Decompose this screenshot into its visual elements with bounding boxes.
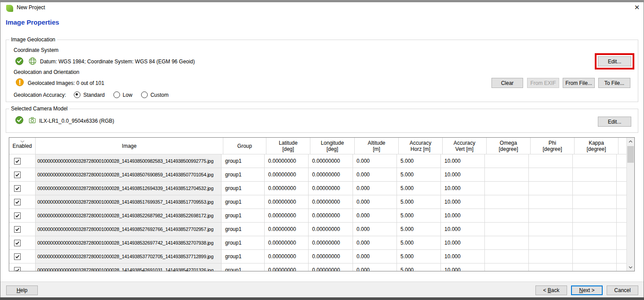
cell-latitude[interactable]: 0.00000000 xyxy=(265,168,309,181)
cell-accuracy_vert[interactable]: 10.000 xyxy=(441,195,485,209)
cell-accuracy_vert[interactable]: 10.000 xyxy=(441,236,485,249)
scrollbar-thumb[interactable] xyxy=(627,146,634,163)
cell-omega[interactable] xyxy=(485,154,529,168)
enabled-checkbox[interactable] xyxy=(14,199,21,205)
cell-accuracy_vert[interactable]: 10.000 xyxy=(441,223,485,236)
cell-latitude[interactable]: 0.00000000 xyxy=(265,209,309,222)
cell-longitude[interactable]: 0.00000000 xyxy=(309,236,353,249)
enabled-checkbox[interactable] xyxy=(14,267,21,271)
edit-camera-model-button[interactable]: Edit... xyxy=(598,117,631,127)
cell-kappa[interactable] xyxy=(573,250,617,263)
cell-longitude[interactable]: 0.00000000 xyxy=(309,223,353,236)
accuracy-custom-radio[interactable] xyxy=(141,91,148,98)
column-header-altitude[interactable]: Altitude [m] xyxy=(355,138,399,154)
vertical-scrollbar[interactable] xyxy=(626,138,634,271)
cell-accuracy_horz[interactable]: 5.000 xyxy=(397,168,441,181)
cell-phi[interactable] xyxy=(529,209,573,222)
cell-accuracy_horz[interactable]: 5.000 xyxy=(397,263,441,271)
cell-phi[interactable] xyxy=(529,236,573,249)
cell-accuracy_horz[interactable]: 5.000 xyxy=(397,250,441,263)
back-button[interactable]: < Back xyxy=(535,285,567,295)
cell-phi[interactable] xyxy=(529,154,573,168)
cell-accuracy_vert[interactable]: 10.000 xyxy=(441,182,485,195)
accuracy-custom-label[interactable]: Custom xyxy=(150,92,168,98)
accuracy-standard-label[interactable]: Standard xyxy=(83,92,105,98)
close-icon[interactable]: ✕ xyxy=(632,3,642,12)
cell-omega[interactable] xyxy=(485,223,529,236)
cell-omega[interactable] xyxy=(485,209,529,222)
cell-longitude[interactable]: 0.00000000 xyxy=(309,195,353,209)
enabled-checkbox[interactable] xyxy=(14,185,21,192)
cell-altitude[interactable]: 0.000 xyxy=(353,182,397,195)
column-header-group[interactable]: Group xyxy=(223,138,266,154)
cell-longitude[interactable]: 0.00000000 xyxy=(309,250,353,263)
next-button[interactable]: Next > xyxy=(571,285,603,295)
column-header-latitude[interactable]: Latitude [deg] xyxy=(266,138,310,154)
column-header-accuracy_vert[interactable]: Accuracy Vert [m] xyxy=(443,138,487,154)
column-header-enabled[interactable]: Enabled xyxy=(9,138,36,154)
cell-altitude[interactable]: 0.000 xyxy=(353,195,397,209)
cell-latitude[interactable]: 0.00000000 xyxy=(265,154,309,168)
cell-kappa[interactable] xyxy=(573,195,617,209)
cell-group[interactable]: group1 xyxy=(222,250,265,263)
cell-altitude[interactable]: 0.000 xyxy=(353,209,397,222)
cell-accuracy_vert[interactable]: 10.000 xyxy=(441,209,485,222)
cell-kappa[interactable] xyxy=(573,154,617,168)
cell-phi[interactable] xyxy=(529,250,573,263)
cell-phi[interactable] xyxy=(529,223,573,236)
column-header-accuracy_horz[interactable]: Accuracy Horz [m] xyxy=(399,138,443,154)
column-header-image[interactable]: Image xyxy=(36,138,223,154)
cell-altitude[interactable]: 0.000 xyxy=(353,250,397,263)
enabled-checkbox[interactable] xyxy=(14,158,21,165)
cell-accuracy_vert[interactable]: 10.000 xyxy=(441,168,485,181)
cell-omega[interactable] xyxy=(485,195,529,209)
cell-phi[interactable] xyxy=(529,168,573,181)
cancel-button[interactable]: Cancel xyxy=(607,285,638,295)
cell-longitude[interactable]: 0.00000000 xyxy=(309,182,353,195)
cell-accuracy_vert[interactable]: 10.000 xyxy=(441,250,485,263)
cell-altitude[interactable]: 0.000 xyxy=(353,236,397,249)
cell-kappa[interactable] xyxy=(573,182,617,195)
cell-altitude[interactable]: 0.000 xyxy=(353,263,397,271)
cell-phi[interactable] xyxy=(529,263,573,271)
cell-accuracy_horz[interactable]: 5.000 xyxy=(397,182,441,195)
to-file-button[interactable]: To File... xyxy=(598,78,630,88)
cell-omega[interactable] xyxy=(485,263,529,271)
cell-accuracy_horz[interactable]: 5.000 xyxy=(397,195,441,209)
cell-accuracy_horz[interactable]: 5.000 xyxy=(397,154,441,168)
cell-phi[interactable] xyxy=(529,195,573,209)
cell-longitude[interactable]: 0.00000000 xyxy=(309,154,353,168)
cell-altitude[interactable]: 0.000 xyxy=(353,154,397,168)
column-header-longitude[interactable]: Longitude [deg] xyxy=(310,138,355,154)
accuracy-low-label[interactable]: Low xyxy=(123,92,132,98)
cell-latitude[interactable]: 0.00000000 xyxy=(265,182,309,195)
cell-altitude[interactable]: 0.000 xyxy=(353,223,397,236)
cell-latitude[interactable]: 0.00000000 xyxy=(265,223,309,236)
scroll-down-icon[interactable] xyxy=(627,263,634,271)
cell-longitude[interactable]: 0.00000000 xyxy=(309,168,353,181)
cell-group[interactable]: group1 xyxy=(222,236,265,249)
cell-omega[interactable] xyxy=(485,182,529,195)
cell-latitude[interactable]: 0.00000000 xyxy=(265,250,309,263)
cell-group[interactable]: group1 xyxy=(222,195,265,209)
cell-kappa[interactable] xyxy=(573,236,617,249)
from-file-button[interactable]: From File... xyxy=(563,78,595,88)
accuracy-low-radio[interactable] xyxy=(113,91,120,98)
cell-kappa[interactable] xyxy=(573,209,617,222)
cell-omega[interactable] xyxy=(485,250,529,263)
cell-kappa[interactable] xyxy=(573,263,617,271)
cell-accuracy_horz[interactable]: 5.000 xyxy=(397,209,441,222)
cell-accuracy_vert[interactable]: 10.000 xyxy=(441,154,485,168)
enabled-checkbox[interactable] xyxy=(14,253,21,260)
cell-kappa[interactable] xyxy=(573,223,617,236)
cell-kappa[interactable] xyxy=(573,168,617,181)
cell-longitude[interactable]: 0.00000000 xyxy=(309,263,353,271)
cell-group[interactable]: group1 xyxy=(222,223,265,236)
cell-group[interactable]: group1 xyxy=(222,168,265,181)
accuracy-standard-radio[interactable] xyxy=(74,91,80,98)
cell-phi[interactable] xyxy=(529,182,573,195)
cell-omega[interactable] xyxy=(485,236,529,249)
cell-longitude[interactable]: 0.00000000 xyxy=(309,209,353,222)
clear-button[interactable]: Clear xyxy=(491,78,523,88)
cell-omega[interactable] xyxy=(485,168,529,181)
